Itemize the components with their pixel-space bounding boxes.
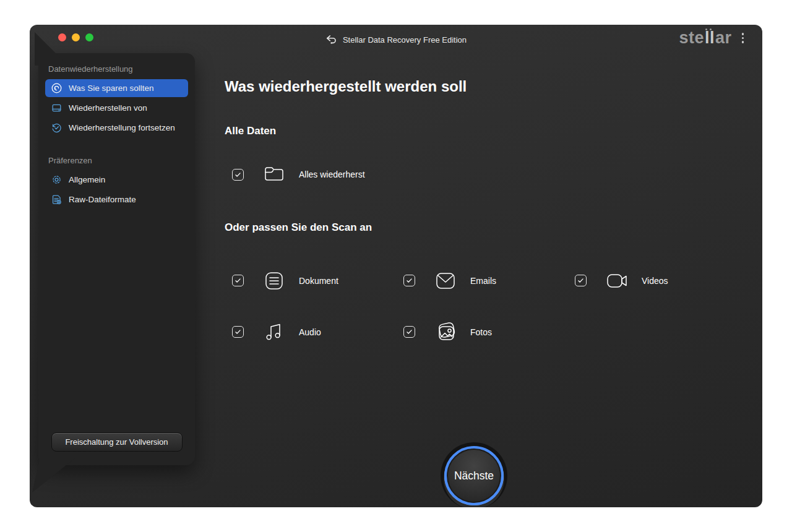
music-note-icon — [260, 319, 288, 346]
section-heading-all-data: Alle Daten — [225, 125, 276, 137]
drive-icon — [51, 102, 62, 114]
app-window: Stellar Data Recovery Free Edition stell… — [30, 25, 762, 507]
item-label: Alles wiederherst — [299, 169, 365, 179]
item-label: Emails — [470, 276, 496, 286]
sidebar-item-label: Wiederherstellung fortsetzen — [69, 123, 175, 132]
window-title-area: Stellar Data Recovery Free Edition — [30, 25, 762, 54]
item-dokument: Dokument — [225, 267, 396, 294]
logo-dots — [705, 28, 712, 30]
file-add-icon — [51, 194, 62, 205]
photos-icon — [432, 319, 459, 346]
sidebar-section-preferences: Präferenzen — [48, 156, 185, 165]
sidebar-item-wiederherstellen-von[interactable]: Wiederherstellen von — [45, 99, 188, 117]
sidebar-item-allgemein[interactable]: Allgemein — [45, 171, 188, 189]
restore-icon — [51, 82, 62, 94]
window-title: Stellar Data Recovery Free Edition — [343, 35, 467, 45]
item-fotos: Fotos — [396, 319, 567, 346]
unlock-full-version-button[interactable]: Freischaltung zur Vollversion — [51, 432, 183, 452]
folder-icon — [260, 161, 288, 188]
checkbox-fotos[interactable] — [403, 326, 415, 338]
sidebar-item-label: Was Sie sparen sollten — [69, 84, 154, 93]
resume-icon — [51, 122, 62, 134]
item-label: Videos — [642, 276, 668, 286]
custom-scan-grid: Dokument Emails — [225, 255, 753, 358]
next-button[interactable]: Nächste — [444, 446, 504, 505]
checkbox-emails[interactable] — [403, 275, 415, 286]
section-heading-custom-scan: Oder passen Sie den Scan an — [225, 221, 372, 234]
sidebar-item-label: Wiederherstellen von — [69, 103, 147, 113]
stellar-logo: stellar — [679, 30, 731, 46]
sidebar-item-wiederherstellung-fortsetzen[interactable]: Wiederherstellung fortsetzen — [45, 119, 188, 137]
item-audio: Audio — [225, 319, 396, 346]
sidebar-item-was-sie-sparen-sollten[interactable]: Was Sie sparen sollten — [45, 79, 188, 97]
document-icon — [260, 267, 288, 294]
sidebar: Datenwiederherstellung Was Sie sparen so… — [38, 53, 195, 465]
page-title: Was wiederhergestellt werden soll — [225, 78, 467, 95]
envelope-icon — [432, 267, 459, 294]
logo-text: ste — [679, 30, 704, 46]
checkbox-audio[interactable] — [232, 326, 244, 338]
screen: Stellar Data Recovery Free Edition stell… — [0, 0, 792, 532]
item-alles-wiederherst: Alles wiederherst — [225, 160, 365, 189]
item-label: Fotos — [470, 327, 492, 337]
checkbox-dokument[interactable] — [232, 275, 244, 286]
sidebar-item-label: Raw-Dateiformate — [69, 195, 136, 204]
logo-ll-mark: ll — [704, 30, 715, 46]
video-camera-icon — [603, 267, 631, 294]
logo-text: ar — [715, 30, 732, 46]
checkbox-videos[interactable] — [575, 275, 587, 286]
checkbox-alles-wiederherst[interactable] — [232, 169, 244, 181]
item-label: Audio — [299, 327, 321, 337]
back-arrow-icon — [325, 35, 338, 45]
item-label: Dokument — [299, 276, 338, 286]
main-content: Was wiederhergestellt werden soll Alle D… — [225, 25, 762, 507]
gear-icon — [51, 174, 62, 186]
sidebar-section-recovery: Datenwiederherstellung — [48, 64, 185, 74]
sidebar-tail-bottom — [32, 458, 75, 492]
item-videos: Videos — [567, 267, 753, 294]
sidebar-item-raw-dateiformate[interactable]: Raw-Dateiformate — [45, 191, 188, 208]
item-emails: Emails — [396, 267, 567, 294]
menu-kebab-icon[interactable] — [741, 30, 746, 46]
title-bar: Stellar Data Recovery Free Edition stell… — [30, 25, 762, 54]
sidebar-item-label: Allgemein — [69, 175, 105, 184]
